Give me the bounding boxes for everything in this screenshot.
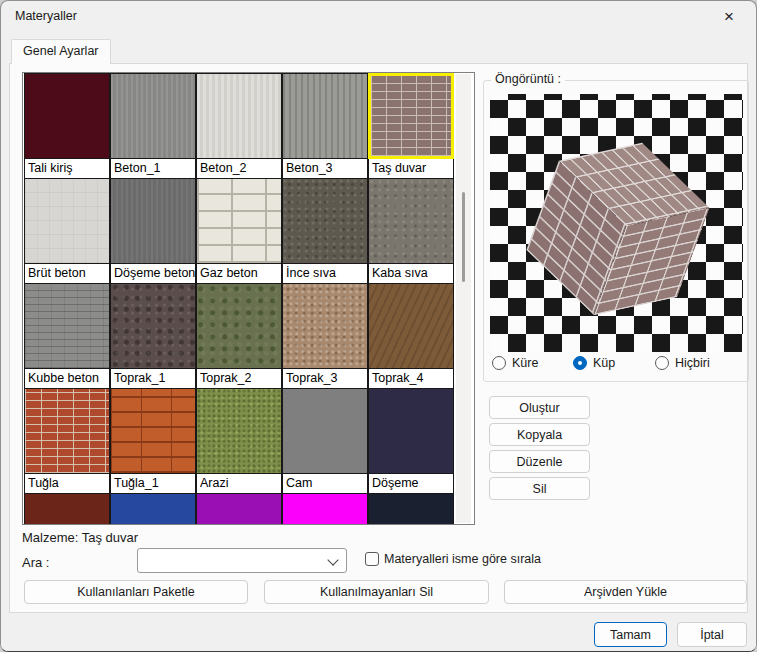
material-tile[interactable]	[368, 493, 454, 525]
material-label: Beton_2	[196, 159, 282, 178]
load-archive-button[interactable]: Arşivden Yükle	[504, 580, 747, 604]
close-icon[interactable]: ×	[710, 3, 748, 31]
material-tile[interactable]: Cam	[282, 388, 368, 493]
search-combobox[interactable]	[137, 548, 347, 573]
material-thumbnail[interactable]	[282, 73, 368, 159]
preview-group-label: Öngörüntü :	[491, 72, 565, 86]
sort-checkbox-row[interactable]: Materyalleri isme göre sırala	[365, 552, 541, 566]
material-thumbnail[interactable]	[110, 388, 196, 474]
sort-checkbox[interactable]	[365, 552, 379, 566]
material-thumbnail[interactable]	[196, 388, 282, 474]
material-tile[interactable]: İnce sıva	[282, 178, 368, 283]
material-tile[interactable]: Beton_3	[282, 73, 368, 178]
material-thumbnail[interactable]	[196, 178, 282, 264]
material-thumbnail[interactable]	[282, 388, 368, 474]
material-tile[interactable]: Toprak_3	[282, 283, 368, 388]
titlebar: Materyaller ×	[1, 1, 756, 33]
preview-group: Öngörüntü : KüreKüpHiçbiri	[483, 80, 749, 382]
material-tile[interactable]: Taş duvar	[368, 73, 454, 178]
shape-radio-küp[interactable]: Küp	[573, 353, 615, 373]
ok-button[interactable]: Tamam	[594, 622, 667, 647]
material-label: Arazi	[196, 474, 282, 493]
copy-button[interactable]: Kopyala	[489, 423, 590, 446]
radio-circle-icon[interactable]	[573, 356, 587, 370]
material-tile[interactable]: Toprak_1	[110, 283, 196, 388]
scrollbar-thumb[interactable]	[462, 192, 465, 282]
materials-list[interactable]: Tali kirişBeton_1Beton_2Beton_3Taş duvar…	[22, 72, 475, 525]
radio-circle-icon[interactable]	[655, 356, 669, 370]
material-tile[interactable]: Kaba sıva	[368, 178, 454, 283]
delete-unused-button[interactable]: Kullanılmayanları Sil	[264, 580, 489, 604]
material-thumbnail[interactable]	[368, 388, 454, 474]
selected-material-label: Malzeme: Taş duvar	[22, 530, 138, 545]
material-label: Döşeme beton	[110, 264, 196, 283]
material-tile[interactable]: Beton_1	[110, 73, 196, 178]
preview-shape-radiogroup: KüreKüpHiçbiri	[492, 353, 742, 375]
material-label: Toprak_4	[368, 369, 454, 388]
sort-checkbox-label[interactable]: Materyalleri isme göre sırala	[384, 552, 541, 566]
chevron-down-icon	[327, 554, 338, 565]
material-thumbnail[interactable]	[24, 283, 110, 369]
material-thumbnail[interactable]	[196, 283, 282, 369]
delete-button[interactable]: Sil	[489, 477, 590, 500]
material-thumbnail[interactable]	[24, 178, 110, 264]
material-tile[interactable]	[24, 493, 110, 525]
material-tile[interactable]	[196, 493, 282, 525]
material-tile[interactable]: Beton_2	[196, 73, 282, 178]
material-tile[interactable]	[110, 493, 196, 525]
material-tile[interactable]: Gaz beton	[196, 178, 282, 283]
material-label: Kubbe beton	[24, 369, 110, 388]
material-tile[interactable]: Tuğla	[24, 388, 110, 493]
material-thumbnail[interactable]	[196, 493, 282, 525]
material-label: Cam	[282, 474, 368, 493]
material-tile[interactable]: Döşeme beton	[110, 178, 196, 283]
material-thumbnail[interactable]	[368, 283, 454, 369]
material-label: Toprak_2	[196, 369, 282, 388]
material-label: Tali kiriş	[24, 159, 110, 178]
material-tile[interactable]: Kubbe beton	[24, 283, 110, 388]
material-thumbnail[interactable]	[110, 283, 196, 369]
materials-grid: Tali kirişBeton_1Beton_2Beton_3Taş duvar…	[24, 73, 454, 525]
shape-radio-küre[interactable]: Küre	[492, 353, 538, 373]
material-thumbnail[interactable]	[368, 73, 454, 159]
package-used-button[interactable]: Kullanılanları Paketle	[24, 580, 248, 604]
window-title: Materyaller	[15, 9, 77, 23]
material-thumbnail[interactable]	[24, 388, 110, 474]
material-tile[interactable]: Arazi	[196, 388, 282, 493]
radio-circle-icon[interactable]	[492, 356, 506, 370]
material-tile[interactable]: Döşeme	[368, 388, 454, 493]
material-thumbnail[interactable]	[282, 178, 368, 264]
material-label: Gaz beton	[196, 264, 282, 283]
material-tile[interactable]	[282, 493, 368, 525]
create-button[interactable]: Oluştur	[489, 396, 590, 419]
cancel-button[interactable]: İptal	[677, 622, 747, 647]
material-label: Taş duvar	[368, 159, 454, 178]
radio-label: Hiçbiri	[675, 356, 710, 370]
material-tile[interactable]: Brüt beton	[24, 178, 110, 283]
material-thumbnail[interactable]	[110, 493, 196, 525]
material-tile[interactable]: Toprak_4	[368, 283, 454, 388]
tab-genel-ayarlar[interactable]: Genel Ayarlar	[11, 39, 111, 64]
material-tile[interactable]: Tali kiriş	[24, 73, 110, 178]
material-thumbnail[interactable]	[24, 493, 110, 525]
material-thumbnail[interactable]	[196, 73, 282, 159]
material-thumbnail[interactable]	[282, 493, 368, 525]
dialog-footer: Tamam İptal	[1, 613, 756, 651]
materials-scrollbar[interactable]	[456, 74, 471, 523]
radio-label: Küre	[512, 356, 538, 370]
tab-panel: Tali kirişBeton_1Beton_2Beton_3Taş duvar…	[9, 63, 748, 613]
shape-radio-hiçbiri[interactable]: Hiçbiri	[655, 353, 710, 373]
material-thumbnail[interactable]	[368, 493, 454, 525]
material-thumbnail[interactable]	[368, 178, 454, 264]
material-thumbnail[interactable]	[24, 73, 110, 159]
material-label: Toprak_3	[282, 369, 368, 388]
radio-label: Küp	[593, 356, 615, 370]
material-label: Beton_3	[282, 159, 368, 178]
material-thumbnail[interactable]	[110, 178, 196, 264]
material-thumbnail[interactable]	[282, 283, 368, 369]
material-tile[interactable]: Toprak_2	[196, 283, 282, 388]
material-tile[interactable]: Tuğla_1	[110, 388, 196, 493]
material-label: Tuğla	[24, 474, 110, 493]
edit-button[interactable]: Düzenle	[489, 450, 590, 473]
material-thumbnail[interactable]	[110, 73, 196, 159]
